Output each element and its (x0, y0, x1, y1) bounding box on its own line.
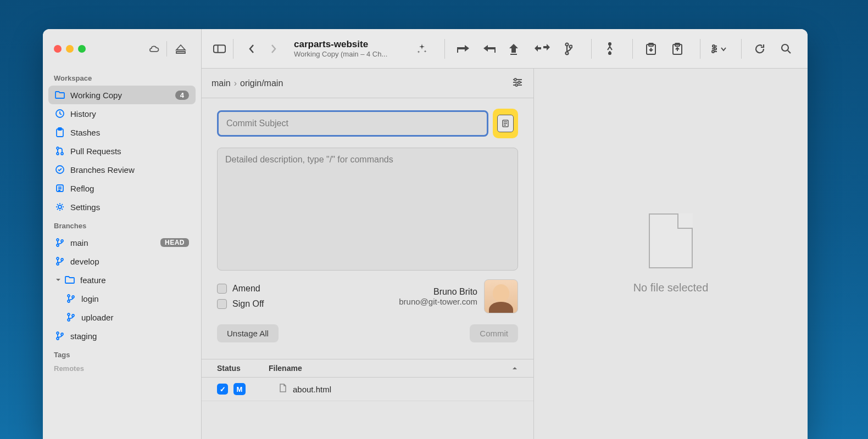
svg-point-40 (515, 84, 518, 86)
sort-icon[interactable] (511, 364, 518, 373)
sidebar-label: Stashes (70, 128, 100, 137)
signoff-label: Sign Off (232, 299, 264, 309)
svg-point-39 (518, 81, 520, 83)
sidebar-item-pull-requests[interactable]: Pull Requests (48, 142, 196, 160)
stage-checkbox[interactable]: ✓ (217, 384, 228, 395)
branch-label: develop (70, 257, 99, 266)
nav-forward-icon[interactable] (263, 39, 284, 59)
amend-checkbox[interactable]: Amend (217, 284, 264, 294)
svg-point-34 (713, 45, 715, 47)
quick-actions-icon[interactable] (411, 39, 432, 59)
branch-uploader[interactable]: uploader (48, 308, 196, 327)
svg-point-25 (566, 43, 569, 46)
commit-description-input[interactable] (217, 148, 518, 271)
svg-point-37 (782, 44, 788, 51)
nav-back-icon[interactable] (241, 39, 262, 59)
sidebar-item-settings[interactable]: Settings (48, 198, 196, 216)
sidebar-item-stashes[interactable]: Stashes (48, 123, 196, 142)
file-table-header: Status Filename (202, 359, 533, 378)
branch-icon[interactable] (558, 39, 579, 59)
svg-point-15 (68, 295, 70, 297)
eject-icon[interactable] (171, 41, 190, 57)
branch-label: feature (80, 275, 106, 285)
section-remotes: Remotes (43, 362, 201, 376)
fetch-icon[interactable] (453, 39, 474, 59)
svg-point-8 (58, 205, 62, 209)
svg-point-20 (72, 314, 74, 317)
review-icon (55, 165, 65, 175)
sidebar-item-reflog[interactable]: Reflog (48, 179, 196, 198)
commit-button[interactable]: Commit (470, 324, 518, 342)
diff-panel: No file selected (534, 69, 808, 439)
cloud-icon[interactable] (148, 41, 167, 57)
svg-point-29 (609, 52, 611, 54)
clock-icon (55, 109, 65, 119)
author-name: Bruno Brito (399, 287, 477, 297)
branch-main[interactable]: main HEAD (48, 233, 196, 252)
signoff-checkbox[interactable]: Sign Off (217, 299, 264, 309)
branch-login[interactable]: login (48, 289, 196, 308)
sidebar-label: Pull Requests (70, 147, 121, 156)
push-icon[interactable] (505, 39, 526, 59)
sidebar-label: Working Copy (70, 91, 122, 100)
refresh-icon[interactable] (749, 39, 770, 59)
svg-point-5 (61, 153, 63, 155)
svg-point-9 (57, 239, 59, 241)
maximize-icon[interactable] (78, 45, 86, 53)
branch-develop[interactable]: develop (48, 252, 196, 271)
sidebar-label: History (70, 109, 96, 119)
svg-point-4 (57, 153, 59, 155)
breadcrumb-remote[interactable]: origin/main (240, 78, 283, 88)
sync-icon[interactable] (532, 39, 553, 59)
branch-folder-feature[interactable]: feature (48, 271, 196, 289)
svg-point-38 (514, 78, 516, 81)
branch-staging[interactable]: staging (48, 327, 196, 345)
minimize-icon[interactable] (66, 45, 74, 53)
document-icon (497, 115, 514, 132)
sidebar: Workspace Working Copy 4 History Stashes (43, 29, 202, 439)
badge-count: 4 (175, 91, 189, 100)
folder-icon (65, 275, 75, 285)
commit-author[interactable]: Bruno Brito bruno@git-tower.com (399, 279, 518, 313)
stash-pop-icon[interactable] (667, 39, 688, 59)
section-tags: Tags (43, 345, 201, 362)
svg-point-17 (72, 296, 74, 298)
branch-icon (66, 312, 76, 322)
pull-icon[interactable] (479, 39, 500, 59)
settings-dropdown-icon[interactable] (708, 39, 729, 59)
file-row[interactable]: ✓ M about.html (202, 378, 533, 401)
svg-point-14 (61, 258, 63, 261)
svg-point-35 (714, 48, 716, 50)
sidebar-toggle-icon[interactable] (213, 39, 233, 59)
commit-template-button[interactable] (493, 109, 518, 138)
svg-point-26 (566, 52, 569, 54)
filename-header[interactable]: Filename (269, 364, 302, 373)
content-split: main › origin/main (202, 69, 808, 439)
branch-icon (55, 331, 65, 341)
branch-label: staging (70, 331, 97, 341)
stash-save-icon[interactable] (641, 39, 661, 59)
svg-point-18 (68, 313, 70, 316)
status-header[interactable]: Status (217, 364, 269, 373)
clipboard-icon (55, 127, 65, 137)
repo-name: carparts-website (294, 39, 387, 50)
sidebar-item-history[interactable]: History (48, 104, 196, 123)
amend-label: Amend (232, 284, 260, 294)
file-placeholder-icon (649, 213, 693, 268)
sidebar-item-branches-review[interactable]: Branches Review (48, 160, 196, 179)
search-icon[interactable] (776, 39, 797, 59)
commit-subject-input[interactable] (217, 110, 488, 137)
svg-point-19 (68, 319, 70, 321)
toolbar: carparts-website Working Copy (main – 4 … (202, 29, 808, 69)
filter-icon[interactable] (511, 77, 524, 90)
svg-point-16 (68, 300, 70, 302)
breadcrumb-local[interactable]: main (212, 78, 231, 88)
sidebar-item-working-copy[interactable]: Working Copy 4 (48, 86, 196, 104)
merge-icon[interactable] (599, 39, 620, 59)
sidebar-label: Reflog (70, 184, 94, 193)
close-icon[interactable] (54, 45, 62, 53)
empty-state-text: No file selected (633, 282, 709, 294)
pull-request-icon (55, 146, 65, 156)
head-badge: HEAD (160, 238, 189, 247)
unstage-all-button[interactable]: Unstage All (217, 324, 279, 342)
